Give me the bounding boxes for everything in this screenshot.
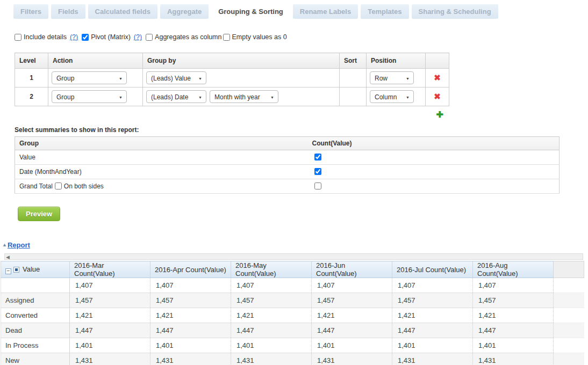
report-row-filler: [554, 338, 584, 353]
summary-checkbox-grand-total[interactable]: [314, 182, 321, 189]
action-cell: Group▼: [48, 69, 143, 87]
report-row-filler: [554, 353, 584, 365]
report-row-filler: [554, 308, 584, 323]
report-toggle-link[interactable]: Report: [8, 241, 30, 249]
report-cell: 1,447: [70, 323, 150, 338]
report-row-label: New: [1, 353, 70, 365]
chevron-down-icon: ▼: [198, 72, 202, 85]
tab-bar: FiltersFieldsCalculated fieldsAggregateG…: [13, 4, 588, 19]
dropdown-value: (Leads) Date: [147, 91, 188, 104]
report-table: −Value2016-Mar Count(Value)2016-Apr Coun…: [1, 261, 584, 365]
report-cell: 1,457: [231, 293, 312, 308]
collapse-all-icon[interactable]: −: [5, 268, 11, 274]
report-row: Converted1,4211,4211,4211,4211,4211,421: [1, 308, 584, 323]
summary-count-cell: [308, 179, 560, 194]
summaries-table: GroupCount(Value) ValueDate (MonthAndYea…: [15, 136, 560, 194]
report-cell: 1,431: [70, 353, 150, 365]
report-cell: 1,431: [312, 353, 392, 365]
report-cell: 1,457: [70, 293, 150, 308]
chevron-down-icon: ▼: [270, 91, 274, 104]
report-row: Assigned1,4571,4571,4571,4571,4571,457: [1, 293, 584, 308]
collapse-section-icon[interactable]: ▲: [2, 242, 7, 247]
report-cell: 1,431: [473, 353, 554, 365]
summary-group-cell: Value: [15, 150, 308, 165]
chevron-down-icon: ▼: [406, 72, 410, 85]
report-cell: 1,431: [231, 353, 312, 365]
report-row-label: Dead: [1, 323, 70, 338]
include-details-label: Include details: [24, 33, 67, 41]
aggregates-as-column-checkbox[interactable]: [146, 34, 153, 41]
grouping-table: LevelActionGroup bySortPosition 1Group▼(…: [15, 53, 449, 106]
report-row-filler: [554, 278, 584, 293]
include-details-help-link[interactable]: (?): [70, 33, 78, 41]
group-by-select[interactable]: (Leads) Value▼: [146, 71, 206, 84]
scroll-left-icon[interactable]: ◀: [6, 254, 10, 260]
summary-checkbox-date-monthandyear[interactable]: [314, 168, 321, 175]
position-cell: Row▼: [367, 69, 426, 87]
report-cell: 1,401: [312, 338, 392, 353]
pivot-matrix-help-link[interactable]: (?): [134, 33, 142, 41]
tab-calculated-fields[interactable]: Calculated fields: [88, 4, 157, 19]
dropdown-value: Month with year: [210, 91, 260, 104]
report-cell: 1,431: [150, 353, 231, 365]
report-cell: 1,447: [231, 323, 312, 338]
tab-templates[interactable]: Templates: [361, 4, 408, 19]
report-cell: 1,421: [392, 308, 473, 323]
add-grouping-row-icon[interactable]: ✚: [436, 110, 443, 119]
report-column-header: 2016-Mar Count(Value): [70, 261, 150, 278]
grand-total-both-sides-checkbox[interactable]: [55, 182, 62, 189]
report-cell: 1,401: [392, 338, 473, 353]
report-header-filler: [554, 261, 584, 278]
date-granularity-select[interactable]: Month with year▼: [210, 90, 278, 103]
grouping-header-action: Action: [48, 53, 143, 69]
report-row-header: −Value: [1, 261, 70, 278]
report-cell: 1,407: [312, 278, 392, 293]
position-select[interactable]: Column▼: [370, 90, 414, 103]
inline-option-label: On both sides: [64, 182, 104, 190]
summary-row: Date (MonthAndYear): [15, 165, 560, 179]
delete-row-icon[interactable]: ✖: [434, 92, 441, 101]
delete-cell: ✖: [426, 87, 449, 106]
report-row-label: Converted: [1, 308, 70, 323]
report-row: 1,4071,4071,4071,4071,4071,407: [1, 278, 584, 293]
expand-all-icon[interactable]: [13, 267, 19, 273]
report-row-filler: [554, 293, 584, 308]
position-select[interactable]: Row▼: [370, 71, 414, 84]
report-row: Dead1,4471,4471,4471,4471,4471,447: [1, 323, 584, 338]
report-cell: 1,457: [312, 293, 392, 308]
empty-values-as-0-label: Empty values as 0: [232, 33, 287, 41]
report-horizontal-scrollbar[interactable]: ◀: [4, 253, 583, 260]
tab-sharing-scheduling[interactable]: Sharing & Scheduling: [412, 4, 498, 19]
delete-cell: ✖: [426, 69, 449, 87]
include-details-checkbox[interactable]: [15, 34, 21, 41]
level-cell: 1: [15, 69, 48, 87]
preview-button[interactable]: Preview: [18, 207, 60, 221]
report-cell: 1,401: [231, 338, 312, 353]
dropdown-value: Column: [370, 91, 397, 104]
tab-grouping-sorting[interactable]: Grouping & Sorting: [211, 4, 290, 19]
summary-checkbox-value[interactable]: [314, 154, 321, 160]
summaries-header-group: Group: [15, 137, 308, 150]
report-row-label: Assigned: [1, 293, 70, 308]
report-column-header: 2016-May Count(Value): [231, 261, 312, 278]
report-cell: 1,457: [392, 293, 473, 308]
action-select[interactable]: Group▼: [52, 71, 127, 84]
report-column-header: 2016-Jun Count(Value): [312, 261, 392, 278]
tab-aggregate[interactable]: Aggregate: [160, 4, 209, 19]
report-row: In Process1,4011,4011,4011,4011,4011,401: [1, 338, 584, 353]
pivot-matrix-checkbox[interactable]: [82, 34, 89, 41]
tab-filters[interactable]: Filters: [13, 4, 48, 19]
report-cell: 1,407: [392, 278, 473, 293]
tab-rename-labels[interactable]: Rename Labels: [293, 4, 358, 19]
tab-fields[interactable]: Fields: [51, 4, 85, 19]
chevron-down-icon: ▼: [119, 72, 123, 85]
report-column-header: 2016-Jul Count(Value): [392, 261, 473, 278]
grouping-header-position: Position: [367, 53, 426, 69]
group-by-select[interactable]: (Leads) Date▼: [146, 90, 206, 103]
action-select[interactable]: Group▼: [52, 90, 127, 103]
chevron-down-icon: ▼: [198, 91, 202, 104]
grouping-header-actions: [426, 53, 449, 69]
report-column-header: 2016-Apr Count(Value): [150, 261, 231, 278]
empty-values-as-0-checkbox[interactable]: [223, 34, 230, 41]
delete-row-icon[interactable]: ✖: [434, 73, 441, 82]
